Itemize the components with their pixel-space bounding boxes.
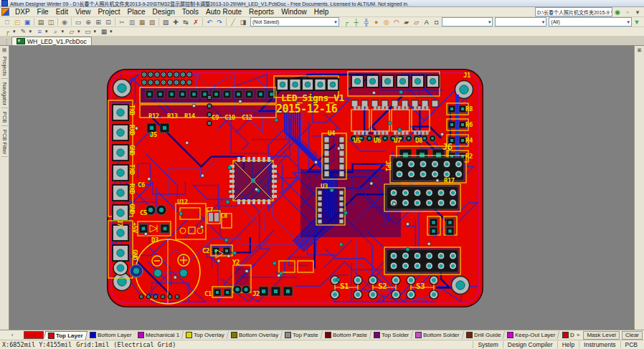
recent-path-combo[interactable]: D:\长春个人照片机文件夹2015-9 ▾	[535, 7, 612, 16]
place-arc-icon[interactable]: ◠	[392, 16, 402, 27]
interactive-routing-icon[interactable]: ┌	[341, 16, 351, 27]
chevron-down-icon[interactable]: ▾	[610, 9, 612, 15]
wiring-tools-icon[interactable]: ┌	[2, 27, 12, 37]
menu-edit[interactable]: Edit	[52, 8, 72, 16]
paste-icon[interactable]: ▦	[137, 16, 147, 27]
filter-combo-1[interactable]: ▾	[442, 17, 493, 27]
room-tools-icon[interactable]: ▭	[83, 27, 93, 37]
chevron-down-icon[interactable]: ▾	[13, 29, 16, 34]
differential-pair-icon[interactable]: ╬	[361, 16, 371, 27]
main-toolbar: □◰▣▤◫◉▭⊕⊞⊡✂▥▦▧▨✚↹✗↶↷╱◨ (Not Saved) ▾ ┌┼╬…	[0, 17, 644, 27]
menu-place[interactable]: Place	[124, 8, 149, 16]
go-icon[interactable]: ◉	[612, 6, 622, 17]
panel-tab-pcb[interactable]: PCB	[1, 110, 8, 125]
copy-icon[interactable]: ▥	[127, 16, 137, 27]
menu-view[interactable]: View	[72, 8, 95, 16]
find-selection-group[interactable]: ⌕▾	[51, 27, 65, 37]
panel-button-instruments[interactable]: Instruments	[579, 341, 620, 348]
filter-combo-2[interactable]: ▾	[495, 17, 546, 27]
menu-project[interactable]: Project	[94, 8, 123, 16]
panel-tab-pcb-filter[interactable]: PCB Filter	[1, 128, 8, 157]
more-icon[interactable]: ▾	[633, 6, 643, 17]
menu-reports[interactable]: Reports	[245, 8, 278, 16]
layer-tab-keep-out-layer[interactable]: Keep-Out Layer	[503, 331, 560, 339]
browse-library-icon[interactable]: ◨	[238, 16, 248, 27]
drawing-tools-icon[interactable]: ✎	[19, 27, 29, 37]
undo-icon[interactable]: ↶	[204, 16, 214, 27]
layer-tab-mechanical-1[interactable]: Mechanical 1	[134, 331, 184, 339]
move-selection-icon[interactable]: ✚	[171, 16, 181, 27]
layer-tab-top-layer[interactable]: Top Layer	[44, 331, 87, 340]
chevron-down-icon[interactable]: ▾	[77, 29, 80, 34]
place-via-icon[interactable]: ◎	[382, 16, 392, 27]
chevron-down-icon[interactable]: ▾	[110, 29, 113, 34]
pcb-editor-canvas[interactable]: LED_Signs_V12015-12-16TXDRXDGNDTXDRXDGND…	[9, 46, 634, 330]
redo-icon[interactable]: ↷	[214, 16, 224, 27]
panel-button-design-compiler[interactable]: Design Compiler	[503, 341, 557, 348]
grid-settings-icon[interactable]: ▦	[99, 27, 109, 37]
chevron-down-icon[interactable]: ▾	[62, 29, 65, 34]
room-tools-group[interactable]: ▭▾	[83, 27, 97, 37]
place-pad-icon[interactable]: ●	[371, 16, 382, 27]
chevron-down-icon[interactable]: ▾	[29, 29, 32, 34]
place-fill-icon[interactable]: ▰	[402, 16, 412, 27]
filter-apply-icon[interactable]: ▼	[632, 16, 642, 27]
alignment-tools-icon[interactable]: ≡	[34, 27, 44, 37]
find-selection-icon[interactable]: ⌕	[51, 27, 61, 37]
layer-tab-bottom-layer[interactable]: Bottom Layer	[85, 331, 136, 339]
panel-button-help[interactable]: Help	[557, 341, 579, 348]
tab-wh-led-v1-pcbdoc[interactable]: WH_LED_V1.PcbDoc	[11, 37, 92, 45]
panel-tab-navigator[interactable]: Navigator	[1, 80, 8, 108]
menu-tools[interactable]: Tools	[179, 8, 202, 16]
layer-tab-bottom-overlay[interactable]: Bottom Overlay	[227, 331, 283, 339]
menu-auto-route[interactable]: Auto Route	[202, 8, 245, 16]
layer-tab-drill-drawing[interactable]: Drill Drawing	[558, 331, 574, 339]
placement-tools-icon[interactable]: ▱	[67, 27, 77, 37]
select-area-icon[interactable]: ▨	[161, 16, 171, 27]
mask-level-button[interactable]: Mask Level	[583, 331, 619, 340]
filter-combo-all[interactable]: (All)▾	[549, 17, 632, 27]
wiring-tools-group[interactable]: ┌▾	[2, 27, 16, 37]
alignment-tools-group[interactable]: ≡▾	[34, 27, 48, 37]
panel-button-pcb[interactable]: PCB	[620, 341, 642, 348]
draw-line-icon[interactable]: ╱	[228, 16, 238, 27]
right-panel-strip: ▣	[634, 46, 644, 330]
layer-tab-top-overlay[interactable]: Top Overlay	[182, 331, 229, 339]
menu-dxp[interactable]: DXP	[11, 8, 34, 16]
chevron-down-icon[interactable]: ▾	[94, 29, 97, 34]
back-icon[interactable]: ◦	[622, 6, 633, 17]
layer-tab-label: Mechanical 1	[146, 332, 179, 338]
layer-scroll-left[interactable]: ‹	[1, 332, 23, 338]
menu-file[interactable]: File	[34, 8, 52, 16]
layer-overflow-icon[interactable]: »	[575, 332, 581, 338]
clear-filter-icon[interactable]: ✗	[191, 16, 201, 27]
panel-button-system[interactable]: System	[473, 341, 502, 348]
apply-offset-icon[interactable]: ↹	[181, 16, 191, 27]
grid-settings-group[interactable]: ▦▾	[99, 27, 113, 37]
layer-tab-top-solder[interactable]: Top Solder	[370, 331, 414, 339]
layer-tabs: Top LayerBottom LayerMechanical 1Top Ove…	[44, 331, 574, 340]
chevron-down-icon[interactable]: ▾	[45, 29, 48, 34]
pcb-canvas[interactable]	[107, 69, 483, 307]
pushpin-icon[interactable]: ▣	[637, 47, 642, 53]
paste-array-icon[interactable]: ▧	[147, 16, 157, 27]
placement-tools-group[interactable]: ▱▾	[67, 27, 80, 37]
layer-tab-bottom-solder[interactable]: Bottom Solder	[412, 331, 464, 339]
pcb-board[interactable]: LED_Signs_V12015-12-16TXDRXDGNDTXDRXDGND…	[107, 69, 483, 307]
menu-design[interactable]: Design	[149, 8, 179, 16]
layer-tab-top-paste[interactable]: Top Paste	[281, 331, 323, 339]
place-component-icon[interactable]: ◘	[432, 16, 442, 27]
menu-help[interactable]: Help	[311, 8, 333, 16]
place-polygon-icon[interactable]: ▱	[412, 16, 422, 27]
cut-icon[interactable]: ✂	[117, 16, 127, 27]
clear-button[interactable]: Clear	[622, 331, 643, 340]
chevron-down-icon[interactable]: ▾	[333, 19, 337, 25]
layer-tab-drill-guide[interactable]: Drill Guide	[463, 331, 506, 339]
board-layout-combo[interactable]: (Not Saved) ▾	[250, 17, 339, 27]
place-string-icon[interactable]: A	[422, 16, 432, 27]
panel-tab-projects[interactable]: Projects	[1, 54, 8, 79]
autoroute-escape-icon[interactable]: ┼	[351, 16, 361, 27]
layer-tab-bottom-paste[interactable]: Bottom Paste	[321, 331, 371, 339]
menu-window[interactable]: Window	[278, 8, 311, 16]
drawing-tools-group[interactable]: ✎▾	[19, 27, 32, 37]
